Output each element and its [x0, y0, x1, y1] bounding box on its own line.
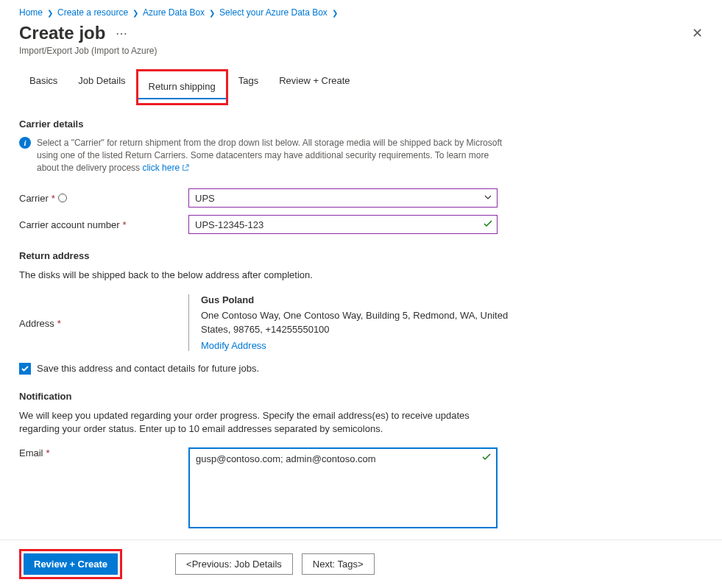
help-icon[interactable]	[58, 194, 67, 202]
notification-heading: Notification	[19, 391, 703, 402]
tab-job-details[interactable]: Job Details	[68, 69, 135, 105]
info-icon: i	[19, 137, 31, 149]
tab-highlight: Return shipping	[136, 69, 228, 105]
email-textarea[interactable]: gusp@contoso.com; admin@contoso.com	[188, 447, 498, 528]
check-icon	[481, 452, 492, 462]
tab-basics[interactable]: Basics	[19, 69, 68, 105]
click-here-link[interactable]: click here	[142, 163, 189, 173]
tab-review-create[interactable]: Review + Create	[269, 69, 360, 105]
carrier-select[interactable]: UPS	[188, 188, 498, 208]
review-create-button[interactable]: Review + Create	[24, 553, 118, 575]
chevron-right-icon: ❯	[209, 9, 215, 17]
address-lines: One Contoso Way, One Contoso Way, Buildi…	[201, 308, 512, 337]
more-menu-icon[interactable]: ⋯	[113, 26, 130, 40]
address-block: Gus Poland One Contoso Way, One Contoso …	[188, 294, 512, 351]
return-address-heading: Return address	[19, 250, 703, 261]
breadcrumb-azure-data-box[interactable]: Azure Data Box	[143, 7, 205, 18]
button-highlight: Review + Create	[19, 549, 122, 579]
address-label: Address*	[19, 294, 188, 351]
carrier-account-input[interactable]	[188, 215, 498, 234]
modify-address-link[interactable]: Modify Address	[201, 340, 266, 351]
tabs: Basics Job Details Return shipping Tags …	[19, 69, 703, 105]
previous-button[interactable]: <Previous: Job Details	[175, 553, 293, 575]
chevron-right-icon: ❯	[132, 9, 138, 17]
footer: Review + Create <Previous: Job Details N…	[0, 539, 722, 588]
page-subtitle: Import/Export Job (Import to Azure)	[19, 46, 703, 56]
notification-desc: We will keep you updated regarding your …	[19, 409, 505, 436]
email-label: Email*	[19, 447, 188, 458]
check-icon	[21, 364, 29, 373]
chevron-right-icon: ❯	[47, 9, 53, 17]
tab-tags[interactable]: Tags	[228, 69, 269, 105]
address-name: Gus Poland	[201, 294, 512, 305]
chevron-right-icon: ❯	[332, 9, 338, 17]
return-address-desc: The disks will be shipped back to the be…	[19, 269, 505, 282]
close-icon[interactable]: ✕	[686, 22, 709, 44]
tab-return-shipping[interactable]: Return shipping	[138, 75, 226, 99]
next-button[interactable]: Next: Tags>	[302, 553, 375, 575]
carrier-label: Carrier*	[19, 193, 188, 204]
info-text: Select a "Carrier" for return shipment f…	[37, 137, 505, 174]
info-box: i Select a "Carrier" for return shipment…	[19, 137, 505, 174]
breadcrumb-home[interactable]: Home	[19, 7, 43, 18]
breadcrumb-create-resource[interactable]: Create a resource	[57, 7, 128, 18]
breadcrumb: Home ❯ Create a resource ❯ Azure Data Bo…	[19, 7, 703, 18]
save-address-checkbox[interactable]	[19, 363, 31, 375]
carrier-details-heading: Carrier details	[19, 118, 703, 130]
page-title: Create job	[19, 23, 105, 43]
breadcrumb-select-data-box[interactable]: Select your Azure Data Box	[219, 7, 328, 18]
external-link-icon	[182, 164, 189, 171]
save-address-label: Save this address and contact details fo…	[37, 363, 259, 374]
carrier-account-label: Carrier account number*	[19, 219, 188, 230]
